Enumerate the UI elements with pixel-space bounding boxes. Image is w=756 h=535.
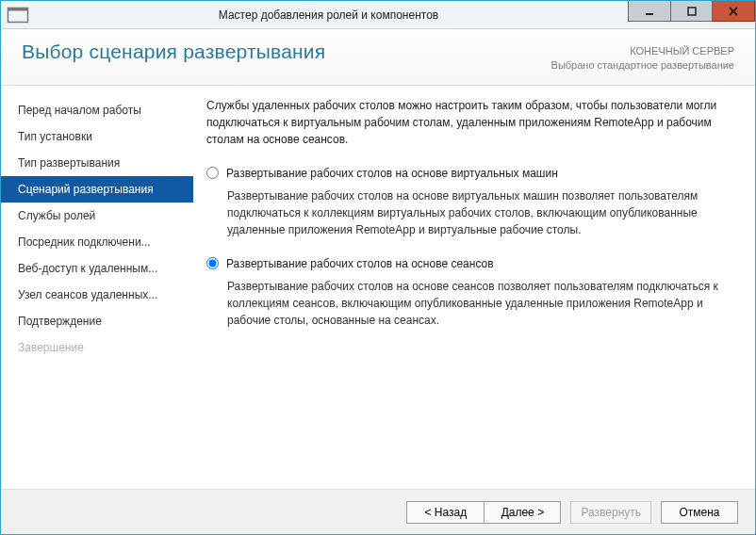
option-vm-based-desc: Развертывание рабочих столов на основе в…: [227, 187, 732, 238]
window-buttons: [628, 1, 755, 28]
option-session-based-label: Развертывание рабочих столов на основе с…: [226, 255, 494, 272]
wizard-window: Мастер добавления ролей и компонентов Вы…: [0, 0, 756, 535]
back-button[interactable]: < Назад: [406, 501, 484, 524]
step-web-access[interactable]: Веб-доступ к удаленным...: [1, 255, 193, 282]
deploy-button: Развернуть: [570, 501, 651, 524]
step-deployment-type[interactable]: Тип развертывания: [1, 150, 193, 176]
maximize-button[interactable]: [670, 1, 713, 22]
next-button[interactable]: Далее >: [484, 501, 561, 524]
svg-rect-1: [8, 8, 28, 10]
option-session-based[interactable]: Развертывание рабочих столов на основе с…: [206, 251, 732, 274]
step-before-you-begin[interactable]: Перед началом работы: [1, 97, 193, 123]
content-pane: Службы удаленных рабочих столов можно на…: [193, 86, 755, 489]
header-info: КОНЕЧНЫЙ СЕРВЕР Выбрано стандартное разв…: [551, 41, 734, 73]
minimize-button[interactable]: [628, 1, 670, 22]
option-vm-based-label: Развертывание рабочих столов на основе в…: [226, 165, 558, 182]
step-session-host[interactable]: Узел сеансов удаленных...: [1, 282, 193, 308]
option-vm-based[interactable]: Развертывание рабочих столов на основе в…: [206, 161, 732, 184]
window-title: Мастер добавления ролей и компонентов: [29, 8, 628, 22]
server-label: КОНЕЧНЫЙ СЕРВЕР: [551, 44, 734, 58]
deployment-label: Выбрано стандартное развертывание: [551, 58, 734, 73]
header-band: Выбор сценария развертывания КОНЕЧНЫЙ СЕ…: [1, 29, 755, 86]
step-deployment-scenario[interactable]: Сценарий развертывания: [1, 176, 193, 203]
step-role-services[interactable]: Службы ролей: [1, 203, 193, 229]
step-completion: Завершение: [1, 334, 193, 361]
titlebar: Мастер добавления ролей и компонентов: [1, 1, 755, 29]
steps-sidebar: Перед началом работы Тип установки Тип р…: [1, 86, 193, 489]
step-installation-type[interactable]: Тип установки: [1, 123, 193, 150]
cancel-button[interactable]: Отмена: [661, 501, 738, 524]
step-confirmation[interactable]: Подтверждение: [1, 308, 193, 334]
radio-vm-based[interactable]: [206, 167, 219, 179]
svg-rect-3: [688, 8, 696, 15]
step-connection-broker[interactable]: Посредник подключени...: [1, 229, 193, 255]
option-session-based-desc: Развертывание рабочих столов на основе с…: [227, 278, 732, 329]
radio-session-based[interactable]: [206, 257, 219, 269]
footer: < Назад Далее > Развернуть Отмена: [1, 489, 755, 534]
close-button[interactable]: [713, 1, 755, 22]
nav-button-group: < Назад Далее >: [406, 501, 561, 524]
body: Перед началом работы Тип установки Тип р…: [1, 86, 755, 489]
page-heading: Выбор сценария развертывания: [22, 41, 551, 63]
app-icon: [7, 4, 29, 26]
scenario-description: Службы удаленных рабочих столов можно на…: [206, 97, 732, 148]
svg-rect-2: [646, 13, 653, 15]
